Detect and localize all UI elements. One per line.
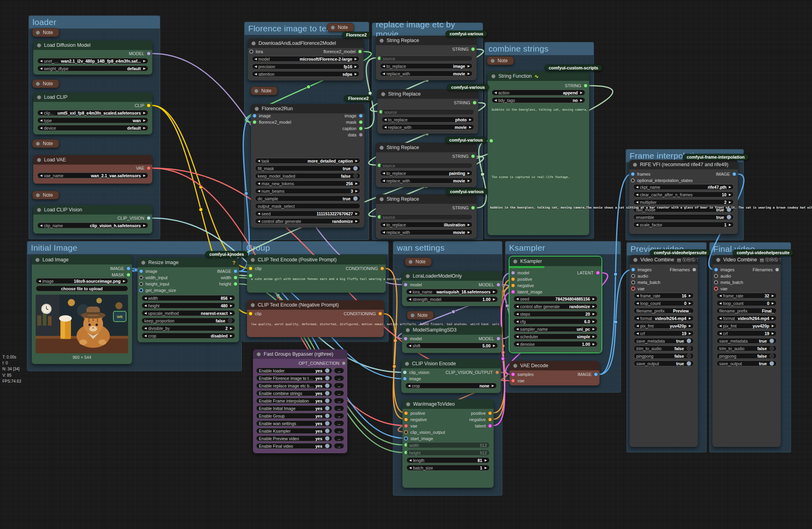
string-replace-4[interactable]: String ReplaceSTRINGsource◀to_replaceill… — [376, 194, 477, 239]
output-dot[interactable] — [488, 424, 492, 428]
input-slot-audio[interactable]: audio — [714, 273, 731, 279]
toggle-knob[interactable] — [687, 346, 691, 351]
widget-replace-with[interactable]: ◀replace_withmovie▶ — [380, 229, 473, 235]
input-dot[interactable] — [403, 370, 407, 374]
input-slot-get-image-size[interactable]: get_image_size — [139, 288, 176, 293]
toggle-knob[interactable] — [687, 354, 691, 358]
decrement-arrow-icon[interactable]: ◀ — [258, 182, 260, 185]
decrement-arrow-icon[interactable]: ◀ — [40, 126, 42, 130]
output-slot-image[interactable]: IMAGE — [110, 266, 130, 271]
collapse-dot-icon[interactable] — [633, 163, 637, 167]
bypass-toggle-enable-frame-interpolation[interactable]: Enable Frame interpolationyes — [256, 398, 332, 404]
widget-scheduler[interactable]: ◀schedulersimple▶ — [513, 334, 598, 339]
node-header[interactable]: VAE Decode — [509, 361, 599, 370]
widget-task[interactable]: ◀taskmore_detailed_caption▶ — [255, 158, 360, 164]
input-dot[interactable] — [631, 287, 635, 291]
decrement-arrow-icon[interactable]: ◀ — [516, 320, 519, 323]
widget-length[interactable]: ◀length81▶ — [406, 457, 490, 463]
download-and-load-florence2-model[interactable]: DownloadAndLoadFlorence2Modelloraflorenc… — [248, 38, 364, 80]
widget-ensemble[interactable]: ensembletrue — [633, 214, 734, 220]
increment-arrow-icon[interactable]: ▶ — [592, 335, 595, 338]
node-header[interactable]: String Replace — [376, 194, 477, 204]
widget-crop[interactable]: ◀cropdisabled▶ — [142, 333, 235, 339]
widget-width[interactable]: ◀width856▶ — [142, 295, 235, 301]
decrement-arrow-icon[interactable]: ◀ — [494, 91, 497, 94]
increment-arrow-icon[interactable]: ▶ — [729, 223, 731, 226]
node-header[interactable]: Florence2Run — [251, 104, 364, 113]
increment-arrow-icon[interactable]: ▶ — [230, 304, 232, 307]
increment-arrow-icon[interactable]: ▶ — [469, 125, 471, 129]
input-dot[interactable] — [489, 139, 493, 143]
increment-arrow-icon[interactable]: ▶ — [469, 118, 471, 121]
load-vae[interactable]: Load VAEVAE◀vae_namewan_2.1_vae.safetens… — [33, 155, 152, 184]
decrement-arrow-icon[interactable]: ◀ — [719, 332, 722, 335]
widget-clip-name[interactable]: ◀clip_nameclip_vision_h.safetensors▶ — [37, 222, 148, 228]
collapse-dot-icon[interactable] — [36, 31, 40, 35]
collapse-dot-icon[interactable] — [379, 197, 384, 201]
node-text[interactable]: The scene is captured in real-life foota… — [492, 175, 570, 179]
toggle-knob[interactable] — [325, 376, 329, 380]
video-combine-final[interactable]: Video Combine▤ ⓋⒽⓈ ?imagesaudiometa_batc… — [712, 255, 781, 447]
input-slot-vae[interactable]: vae — [511, 378, 525, 383]
increment-arrow-icon[interactable]: ▶ — [772, 332, 774, 335]
increment-arrow-icon[interactable]: ▶ — [355, 219, 358, 223]
bypass-arrow-button[interactable]: → — [334, 420, 344, 426]
note-node[interactable]: Note — [32, 28, 59, 37]
bypass-toggle-enable-ksampler[interactable]: Enable Ksampleryes — [256, 428, 332, 434]
input-dot[interactable] — [139, 288, 143, 292]
decrement-arrow-icon[interactable]: ◀ — [409, 458, 412, 462]
collapse-dot-icon[interactable] — [405, 362, 409, 366]
increment-arrow-icon[interactable]: ▶ — [354, 65, 357, 68]
output-dot[interactable] — [126, 266, 130, 270]
input-dot[interactable] — [631, 268, 635, 272]
decrement-arrow-icon[interactable]: ◀ — [719, 294, 722, 297]
input-slot-image[interactable]: image — [403, 376, 421, 381]
widget-keep-model-loaded[interactable]: keep_model_loadedfalse — [255, 173, 360, 179]
collapse-dot-icon[interactable] — [36, 142, 40, 146]
node-header[interactable]: ModelSamplingSD3 — [402, 325, 502, 335]
group-titlebar[interactable]: loader — [29, 16, 160, 29]
input-slot-lora[interactable]: lora — [249, 49, 263, 54]
increment-arrow-icon[interactable]: ▶ — [689, 294, 691, 297]
widget-keep-proportion[interactable]: keep_proportionfalse — [142, 318, 235, 324]
increment-arrow-icon[interactable]: ▶ — [230, 311, 232, 315]
output-slot-data[interactable]: data — [348, 132, 363, 138]
node-header[interactable]: CLIP Text Encode (Positive Prompt) — [247, 255, 386, 264]
input-dot[interactable] — [404, 337, 408, 341]
collapse-dot-icon[interactable] — [251, 41, 256, 46]
widget-do-sample[interactable]: do_sampletrue — [255, 196, 360, 201]
increment-arrow-icon[interactable]: ▶ — [467, 64, 470, 68]
widget-filename-prefix[interactable]: filename_prefixPreview_ — [634, 308, 694, 314]
increment-arrow-icon[interactable]: ▶ — [592, 342, 595, 346]
output-slot-width[interactable]: width — [221, 275, 237, 280]
output-slot-image[interactable]: IMAGE — [578, 372, 598, 377]
toggle-knob[interactable] — [325, 368, 329, 373]
collapse-dot-icon[interactable] — [37, 208, 41, 212]
input-dot[interactable] — [511, 277, 515, 281]
decrement-arrow-icon[interactable]: ◀ — [636, 294, 639, 297]
widget-to-replace[interactable]: ◀to_replaceimage▶ — [380, 63, 473, 69]
bypass-arrow-button[interactable]: → — [334, 413, 344, 419]
input-slot-model[interactable]: model — [511, 270, 529, 276]
decrement-arrow-icon[interactable]: ◀ — [38, 279, 41, 283]
collapse-dot-icon[interactable] — [381, 92, 385, 96]
collapse-dot-icon[interactable] — [254, 89, 259, 93]
input-slot-positive[interactable]: positive — [404, 410, 425, 416]
input-slot-converted[interactable] — [489, 138, 493, 144]
decrement-arrow-icon[interactable]: ◀ — [383, 64, 385, 68]
widget-source[interactable]: source — [380, 163, 473, 169]
widget-save-output[interactable]: save_outputtrue — [716, 360, 777, 366]
increment-arrow-icon[interactable]: ▶ — [355, 159, 358, 163]
toggle-knob[interactable] — [353, 166, 358, 171]
widget-width[interactable]: width512 — [406, 442, 490, 448]
widget-upscale-method[interactable]: ◀upscale_methodnearest-exact▶ — [142, 310, 235, 316]
decrement-arrow-icon[interactable]: ◀ — [40, 119, 42, 122]
decrement-arrow-icon[interactable]: ◀ — [409, 344, 411, 347]
input-dot[interactable] — [403, 377, 407, 381]
group-titlebar[interactable]: Ksampler — [506, 242, 620, 254]
string-replace-2[interactable]: String ReplaceSTRINGsource◀to_replacepho… — [377, 89, 478, 134]
input-slot-positive[interactable]: positive — [511, 276, 532, 282]
output-slot-conditioning[interactable]: CONDITIONING — [346, 266, 384, 271]
collapse-dot-icon[interactable] — [257, 352, 261, 356]
input-dot[interactable] — [511, 379, 515, 383]
